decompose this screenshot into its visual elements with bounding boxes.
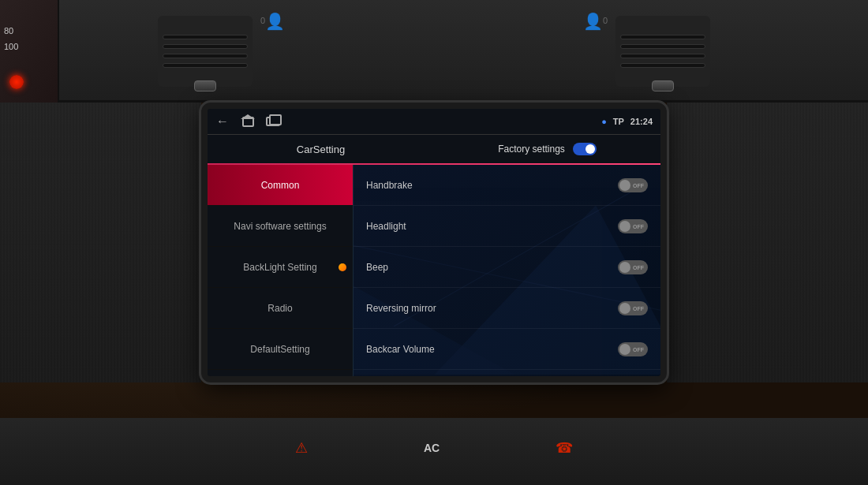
reversing-mirror-toggle[interactable]	[618, 301, 648, 315]
ac-label: AC	[424, 442, 440, 454]
vent-slot	[620, 35, 705, 39]
setting-row-beep: Beep	[354, 247, 660, 288]
vent-slot	[620, 63, 705, 68]
setting-row-reversing-mirror: Reversing mirror	[354, 288, 660, 329]
beep-toggle[interactable]	[618, 260, 648, 274]
backcar-volume-toggle[interactable]	[618, 342, 648, 356]
phone-icon: ☎	[556, 439, 573, 457]
reversing-mirror-label: Reversing mirror	[366, 303, 436, 314]
menu-item-radio[interactable]: Radio	[208, 288, 353, 329]
center-top-area: 0 👤 👤 0	[260, 4, 608, 91]
status-left: ←	[215, 116, 280, 127]
seat-icon-left: 👤	[265, 12, 285, 31]
menu-item-backlight[interactable]: BackLight Setting	[208, 247, 353, 288]
vent-slot	[620, 44, 705, 49]
menu-item-default[interactable]: DefaultSetting	[208, 329, 353, 370]
menu-item-common[interactable]: Common	[208, 165, 353, 206]
status-right: ● TP 21:24	[601, 117, 653, 126]
recents-button[interactable]	[266, 116, 280, 127]
beep-label: Beep	[366, 262, 388, 273]
bottom-controls: ⚠ AC ☎	[237, 426, 631, 469]
headlight-toggle[interactable]	[618, 219, 648, 233]
vent-slot	[163, 35, 248, 39]
header-right: Factory settings	[434, 143, 660, 155]
vent-right	[615, 16, 710, 87]
vent-left	[158, 16, 253, 87]
status-bar: ← ● TP 21:24	[208, 109, 660, 134]
headlight-label: Headlight	[366, 221, 406, 232]
vent-knob[interactable]	[652, 80, 674, 91]
warning-indicator	[9, 75, 24, 89]
setting-row-handbrake: Handbrake	[354, 165, 660, 206]
back-button[interactable]: ←	[215, 116, 230, 127]
handbrake-toggle[interactable]	[618, 178, 648, 192]
clock: 21:24	[630, 117, 653, 126]
warning-icon: ⚠	[295, 439, 308, 457]
factory-settings-label: Factory settings	[498, 144, 565, 155]
setting-row-backcar-volume: Backcar Volume	[354, 329, 660, 370]
right-side-panel	[667, 103, 868, 382]
tp-indicator: TP	[613, 117, 624, 126]
left-side-panel	[0, 103, 201, 382]
speedo-numbers: 80 100	[4, 24, 18, 55]
vent-slot	[163, 54, 248, 58]
seat-icon-right: 👤	[583, 12, 603, 31]
vent-knob[interactable]	[194, 80, 216, 91]
page-title: CarSetting	[208, 144, 434, 155]
screen: ← ● TP 21:24	[208, 109, 660, 376]
home-button[interactable]	[241, 116, 255, 127]
vent-slot	[163, 63, 248, 68]
panel-texture	[667, 103, 868, 382]
menu-item-navi[interactable]: Navi software settings	[208, 206, 353, 247]
left-menu: Common Navi software settings BackLight …	[208, 165, 354, 376]
main-content: Common Navi software settings BackLight …	[208, 165, 660, 376]
setting-row-headlight: Headlight	[354, 206, 660, 247]
vent-slot	[620, 54, 705, 58]
right-settings-panel: Handbrake Headlight Beep Reversing mirro…	[354, 165, 660, 376]
vent-number-right: 0	[603, 12, 608, 25]
panel-texture	[0, 103, 201, 382]
location-icon: ●	[601, 117, 607, 126]
factory-settings-toggle[interactable]	[573, 143, 597, 155]
screen-bezel: ← ● TP 21:24	[201, 103, 667, 382]
vent-slot	[163, 44, 248, 49]
handbrake-label: Handbrake	[366, 180, 413, 191]
header-bar: CarSetting Factory settings	[208, 135, 660, 163]
backcar-volume-label: Backcar Volume	[366, 344, 435, 355]
